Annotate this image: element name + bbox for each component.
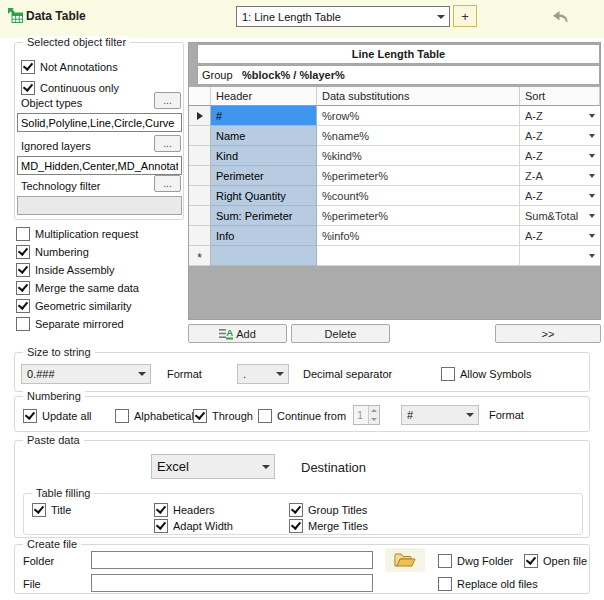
svg-text:A: A [226,327,233,338]
sort-dropdown-icon[interactable] [589,214,595,218]
group-titles-checkbox[interactable]: Group Titles [289,502,367,517]
substitution-cell[interactable]: %count% [317,186,520,206]
header-column-header[interactable]: Header [211,87,317,106]
sort-cell[interactable]: A-Z [520,146,600,166]
row-selector[interactable] [189,206,211,226]
number-format-combobox[interactable]: 0.### [21,364,151,384]
expand-button[interactable]: >> [495,324,601,343]
open-file-checkbox[interactable]: Open file [524,553,587,568]
sort-cell[interactable]: Sum&Total [520,206,600,226]
decimal-separator-combobox[interactable]: . [237,364,289,384]
through-checkbox[interactable]: Through [193,408,253,423]
checkbox-box [23,409,37,423]
sort-dropdown-icon[interactable] [589,154,595,158]
continue-from-spinner[interactable]: 1 [353,405,380,425]
sort-dropdown-icon[interactable] [589,114,595,118]
technology-filter-field[interactable] [17,196,182,215]
sort-dropdown-icon[interactable] [589,234,595,238]
sort-dropdown-icon[interactable] [589,254,595,258]
header-cell[interactable]: Name [211,126,317,146]
sort-cell[interactable]: A-Z [520,226,600,246]
header-cell[interactable] [211,246,317,266]
separate-mirrored-checkbox[interactable]: Separate mirrored [16,316,124,331]
chevron-down-icon[interactable] [258,455,274,478]
geometric-similarity-checkbox[interactable]: Geometric similarity [16,298,132,313]
sort-column-header[interactable]: Sort [520,87,600,106]
row-selector[interactable] [189,166,211,186]
headers-checkbox[interactable]: Headers [154,502,215,517]
adapt-width-checkbox[interactable]: Adapt Width [154,518,233,533]
spinner-up-icon[interactable] [369,406,379,415]
merge-titles-checkbox[interactable]: Merge Titles [289,518,368,533]
row-selector[interactable] [189,186,211,206]
update-all-checkbox[interactable]: Update all [23,408,92,423]
sort-cell[interactable]: A-Z [520,106,600,126]
merge-same-data-checkbox[interactable]: Merge the same data [16,280,139,295]
substitution-cell[interactable]: %row% [317,106,520,126]
sort-cell[interactable]: A-Z [520,186,600,206]
technology-filter-browse-button[interactable]: ... [154,175,181,192]
substitution-cell[interactable]: %name% [317,126,520,146]
substitution-cell[interactable]: %perimeter% [317,206,520,226]
add-table-button[interactable]: + [453,5,477,27]
chevron-down-icon[interactable] [272,365,288,383]
header-cell[interactable]: # [211,106,317,126]
substitution-cell[interactable]: %perimeter% [317,166,520,186]
sort-value: Z-A [525,170,543,182]
add-column-button[interactable]: A Add [188,324,287,343]
multiplication-request-checkbox[interactable]: Multiplication request [16,226,138,241]
sort-dropdown-icon[interactable] [589,134,595,138]
replace-old-files-checkbox[interactable]: Replace old files [438,576,538,591]
sort-dropdown-icon[interactable] [589,194,595,198]
allow-symbols-checkbox[interactable]: Allow Symbols [441,366,532,381]
header-cell[interactable]: Right Quantity [211,186,317,206]
chevron-down-icon[interactable] [433,7,449,26]
row-selector[interactable]: * [189,246,211,266]
substitutions-column-header[interactable]: Data substitutions [317,87,520,106]
header-cell[interactable]: Kind [211,146,317,166]
sort-cell[interactable]: A-Z [520,126,600,146]
substitution-cell[interactable]: %info% [317,226,520,246]
title-checkbox[interactable]: Title [32,502,71,517]
row-selector[interactable] [189,146,211,166]
header-cell[interactable]: Sum: Perimeter [211,206,317,226]
sort-cell[interactable] [520,246,600,266]
row-selector[interactable] [189,106,211,126]
checkbox-label: Geometric similarity [35,300,132,312]
file-field[interactable] [91,574,373,592]
delete-column-button[interactable]: Delete [291,324,390,343]
number-format-mask-combobox[interactable]: # [401,405,479,425]
chevron-down-icon[interactable] [134,365,150,383]
checkbox-box [438,577,452,591]
not-annotations-checkbox[interactable]: Not Annotations [21,59,118,74]
dwg-folder-checkbox[interactable]: Dwg Folder [438,553,513,568]
folder-field[interactable] [91,551,373,569]
substitution-cell[interactable]: %kind% [317,146,520,166]
header-cell[interactable]: Perimeter [211,166,317,186]
inside-assembly-checkbox[interactable]: Inside Assembly [16,262,114,277]
chevron-down-icon[interactable] [462,406,478,424]
undo-icon[interactable] [551,8,571,24]
row-selector[interactable] [189,126,211,146]
group-row-value[interactable]: %block% / %layer% [237,65,600,85]
ignored-layers-field[interactable] [17,156,182,175]
alphabetically-checkbox[interactable]: Alphabetically [115,408,202,423]
header-cell[interactable]: Info [211,226,317,246]
continue-from-checkbox[interactable]: Continue from [258,408,346,423]
continuous-only-checkbox[interactable]: Continuous only [21,80,119,95]
checkbox-box [16,245,30,259]
ignored-layers-browse-button[interactable]: ... [154,135,181,152]
sort-dropdown-icon[interactable] [589,174,595,178]
checkbox-label: Dwg Folder [457,555,513,567]
object-types-field[interactable] [17,113,182,132]
table-selector-combobox[interactable]: 1: Line Length Table [236,6,450,27]
browse-folder-button[interactable] [385,548,425,572]
row-selector[interactable] [189,226,211,246]
spinner-down-icon[interactable] [369,415,379,424]
object-types-browse-button[interactable]: ... [154,92,181,109]
substitution-cell[interactable] [317,246,520,266]
numbering-checkbox[interactable]: Numbering [16,244,89,259]
sort-cell[interactable]: Z-A [520,166,600,186]
sort-value: A-Z [525,150,543,162]
destination-combobox[interactable]: Excel [151,454,275,479]
